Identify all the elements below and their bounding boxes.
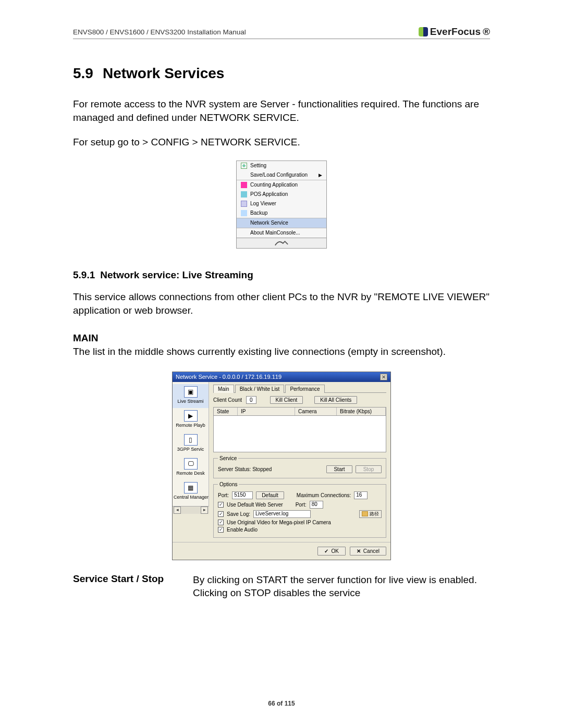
tab-main[interactable]: Main	[213, 385, 234, 393]
brand-name: EverFocus	[430, 26, 481, 38]
paragraph-main-desc: The list in the middle shows currently e…	[73, 345, 490, 359]
paragraph-streaming-desc: This service allows connections from oth…	[73, 290, 490, 317]
network-service-dialog: Network Service - 0.0.0.0 / 172.16.19.11…	[172, 372, 391, 560]
options-fieldset: Options Port: 5150 Default Maximum Conne…	[213, 482, 386, 538]
web-port-label: Port:	[296, 502, 307, 508]
side-nav: ▣ Live Streami ▶ Remote Playb ▯ 3GPP Ser…	[173, 382, 209, 506]
definition-body-b: Clicking on STOP disables the service	[193, 586, 490, 600]
blank-icon	[241, 220, 247, 226]
side-nav-scrollbar[interactable]: ◂ ▸	[173, 506, 209, 514]
connections-table-body	[213, 416, 386, 452]
close-button[interactable]: ✕	[380, 374, 387, 380]
side-item-central-management[interactable]: ▦ Central Managemen	[173, 480, 209, 504]
kill-client-button[interactable]: Kill Client	[270, 396, 303, 404]
folder-icon	[362, 511, 368, 516]
definition-body-a: By clicking on START the server function…	[193, 573, 490, 587]
scroll-left-icon[interactable]: ◂	[174, 507, 181, 514]
menu-item-logviewer[interactable]: Log Viewer	[237, 199, 326, 208]
max-connections-input[interactable]: 16	[354, 491, 368, 499]
menu-item-setting[interactable]: Setting	[237, 161, 326, 170]
service-fieldset: Service Server Status: Stopped Start Sto…	[213, 455, 386, 478]
submenu-arrow-icon: ▶	[319, 172, 322, 178]
log-icon	[241, 201, 247, 207]
blank-icon	[241, 172, 247, 178]
col-camera[interactable]: Camera	[295, 408, 337, 415]
scroll-right-icon[interactable]: ▸	[201, 507, 208, 514]
paragraph-intro: For remote access to the NVR system are …	[73, 97, 490, 124]
server-status-text: Server Status: Stopped	[218, 466, 272, 472]
playback-icon: ▶	[184, 410, 198, 422]
remote-desktop-icon: 🖵	[184, 458, 198, 470]
menu-item-counting[interactable]: Counting Application	[237, 180, 326, 190]
brand-icon	[419, 27, 428, 36]
client-count-value: 0	[246, 396, 256, 404]
save-log-label: Save Log:	[227, 511, 250, 517]
main-label: MAIN	[73, 332, 490, 344]
save-log-checkbox[interactable]: ✓	[218, 511, 224, 517]
start-button[interactable]: Start	[326, 465, 352, 473]
live-streaming-icon: ▣	[184, 386, 198, 398]
use-original-video-label: Use Original Video for Mega-pixel IP Cam…	[227, 520, 331, 525]
backup-icon	[241, 210, 247, 216]
3gpp-icon: ▯	[184, 434, 198, 446]
dialog-titlebar: Network Service - 0.0.0.0 / 172.16.19.11…	[173, 372, 390, 382]
counting-icon	[241, 182, 247, 188]
page-number: 66 of 115	[0, 700, 563, 707]
default-port-button[interactable]: Default	[256, 491, 284, 499]
tab-bw-list[interactable]: Black / White List	[235, 385, 285, 393]
menu-item-network-service[interactable]: Network Service	[237, 218, 326, 228]
browse-log-button[interactable]: 路径	[359, 510, 382, 518]
menu-item-pos[interactable]: POS Application	[237, 190, 326, 199]
section-title: Network Services	[103, 65, 224, 81]
menu-item-about[interactable]: About MainConsole...	[237, 228, 326, 238]
options-legend: Options	[218, 482, 239, 487]
definition-term: Service Start / Stop	[73, 573, 193, 600]
subsection-number: 5.9.1	[73, 269, 95, 280]
client-count-label: Client Count	[213, 397, 242, 403]
service-legend: Service	[218, 455, 238, 461]
brand-logo: EverFocus®	[419, 26, 490, 38]
enable-audio-label: Enable Audio	[227, 527, 258, 533]
col-ip[interactable]: IP	[238, 408, 295, 415]
menu-item-saveload[interactable]: Save/Load Configuration ▶	[237, 170, 326, 180]
section-number: 5.9	[73, 65, 93, 81]
blank-icon	[241, 230, 247, 236]
use-original-video-checkbox[interactable]: ✓	[218, 520, 224, 525]
menu-bottom-decoration	[237, 238, 326, 248]
section-heading: 5.9Network Services	[73, 65, 490, 82]
use-default-web-label: Use Default Web Server	[227, 502, 283, 508]
enable-audio-checkbox[interactable]: ✓	[218, 527, 224, 533]
dialog-title-text: Network Service - 0.0.0.0 / 172.16.19.11…	[176, 374, 282, 380]
side-item-remote-desktop[interactable]: 🖵 Remote Desk	[173, 456, 209, 480]
connections-table-header: State IP Camera Bitrate (Kbps)	[213, 407, 386, 416]
close-icon: ✕	[357, 548, 361, 554]
check-icon: ✓	[324, 548, 328, 554]
management-icon: ▦	[184, 482, 198, 493]
ok-button[interactable]: ✓ OK	[317, 547, 345, 556]
kill-all-clients-button[interactable]: Kill All Clients	[314, 396, 357, 404]
port-label: Port:	[218, 492, 229, 498]
cancel-button[interactable]: ✕ Cancel	[350, 547, 386, 556]
subsection-heading: 5.9.1Network service: Live Streaming	[73, 269, 490, 281]
pos-icon	[241, 191, 247, 198]
stop-button[interactable]: Stop	[356, 465, 382, 473]
paragraph-setup-path: For setup go to > CONFIG > NETWORK SERVI…	[73, 135, 490, 149]
side-item-3gpp[interactable]: ▯ 3GPP Servic	[173, 432, 209, 456]
tab-performance[interactable]: Performance	[285, 385, 324, 393]
subsection-title: Network service: Live Streaming	[100, 269, 253, 280]
side-item-remote-playback[interactable]: ▶ Remote Playb	[173, 408, 209, 432]
use-default-web-checkbox[interactable]: ✓	[218, 502, 224, 508]
menu-item-backup[interactable]: Backup	[237, 208, 326, 218]
gear-icon	[241, 163, 247, 169]
log-file-input[interactable]: LiveServer.log	[253, 510, 311, 518]
col-bitrate[interactable]: Bitrate (Kbps)	[337, 408, 386, 415]
tab-strip: Main Black / White List Performance	[213, 384, 386, 393]
max-connections-label: Maximum Connections:	[297, 492, 351, 498]
port-input[interactable]: 5150	[232, 491, 253, 499]
web-port-input[interactable]: 80	[310, 501, 323, 509]
config-menu-screenshot: Setting Save/Load Configuration ▶ Counti…	[236, 161, 327, 249]
col-state[interactable]: State	[214, 408, 238, 415]
side-item-live-streaming[interactable]: ▣ Live Streami	[173, 384, 209, 408]
document-title: ENVS800 / ENVS1600 / ENVS3200 Installati…	[73, 28, 246, 36]
